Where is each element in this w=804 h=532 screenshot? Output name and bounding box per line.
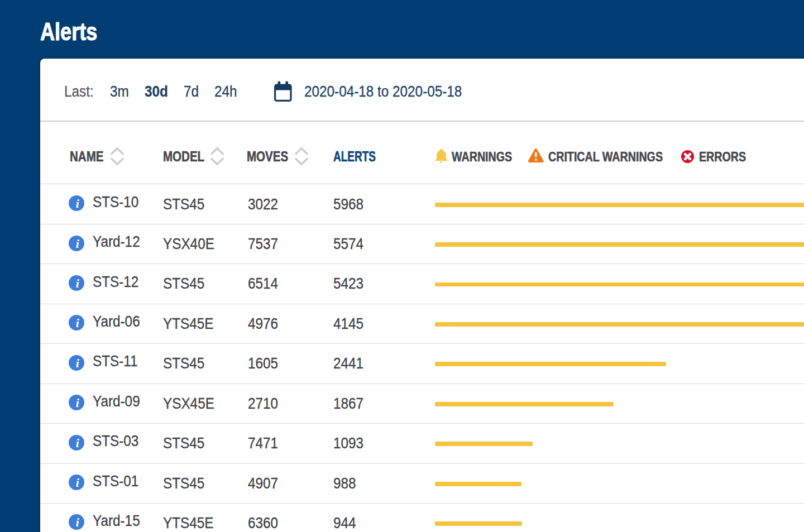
svg-text:i: i [75, 356, 79, 370]
svg-text:i: i [75, 396, 79, 410]
svg-text:i: i [75, 237, 79, 251]
svg-text:i: i [75, 276, 79, 290]
svg-text:i: i [75, 476, 79, 490]
svg-text:i: i [75, 316, 79, 330]
svg-text:i: i [75, 436, 79, 450]
svg-text:i: i [75, 196, 79, 210]
svg-text:i: i [75, 515, 79, 529]
